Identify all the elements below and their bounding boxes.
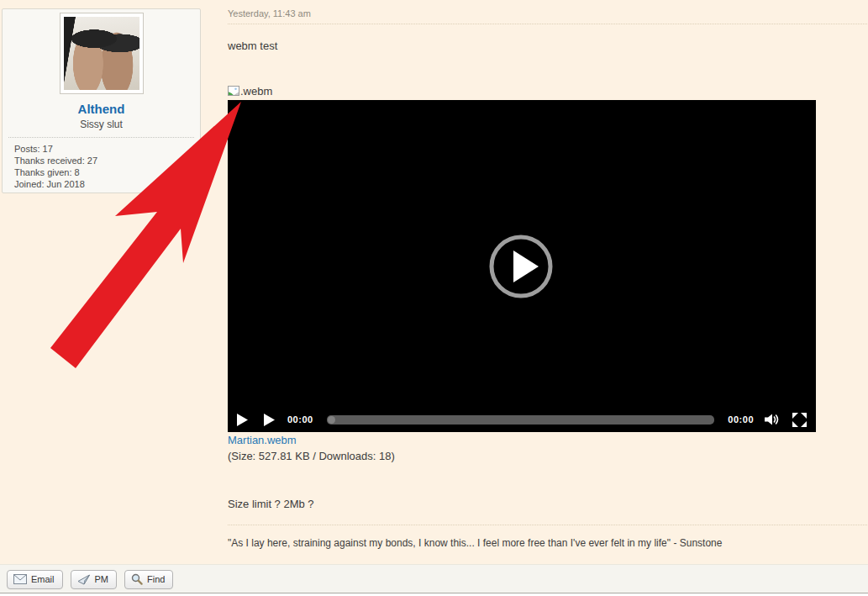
play-icon-secondary[interactable] bbox=[264, 414, 275, 426]
avatar-image bbox=[64, 17, 139, 90]
signature-divider bbox=[228, 525, 867, 525]
stat-posts: Posts: 17 bbox=[14, 143, 200, 155]
inline-attachment-label: .webm bbox=[240, 85, 272, 98]
attachment-meta: (Size: 527.81 KB / Downloads: 18) bbox=[228, 450, 395, 462]
find-button-label: Find bbox=[147, 574, 165, 584]
current-time: 00:00 bbox=[287, 414, 313, 425]
inline-attachment[interactable]: .webm bbox=[228, 85, 272, 98]
paper-plane-icon bbox=[77, 574, 91, 585]
post-footer-toolbar: Email PM Find bbox=[0, 564, 868, 593]
seek-bar[interactable] bbox=[327, 415, 715, 425]
play-icon[interactable] bbox=[237, 414, 248, 426]
username-link[interactable]: Althend bbox=[3, 102, 200, 116]
user-avatar[interactable] bbox=[60, 13, 144, 94]
search-icon bbox=[131, 573, 143, 585]
email-button[interactable]: Email bbox=[7, 570, 63, 589]
page-bottom-border bbox=[0, 593, 868, 593]
email-button-label: Email bbox=[31, 574, 55, 584]
panel-divider bbox=[8, 137, 194, 138]
broken-image-icon bbox=[228, 86, 239, 97]
user-info-panel: Althend Sissy slut Posts: 17 Thanks rece… bbox=[2, 8, 201, 193]
video-player[interactable]: 00:00 00:00 bbox=[228, 100, 816, 432]
fullscreen-icon[interactable] bbox=[792, 413, 807, 427]
volume-icon[interactable] bbox=[765, 414, 781, 425]
duration-time: 00:00 bbox=[728, 414, 754, 425]
stat-thanks-given: Thanks given: 8 bbox=[14, 166, 200, 178]
stat-thanks-received: Thanks received: 27 bbox=[14, 155, 200, 166]
post-question-text: Size limit ? 2Mb ? bbox=[228, 498, 314, 510]
seek-thumb[interactable] bbox=[328, 416, 335, 424]
email-icon bbox=[13, 574, 27, 584]
forum-post-page: Althend Sissy slut Posts: 17 Thanks rece… bbox=[0, 0, 868, 593]
stat-joined: Joined: Jun 2018 bbox=[14, 178, 200, 190]
signature-text: "As I lay here, straining against my bon… bbox=[228, 537, 722, 549]
post-body-text: webm test bbox=[228, 40, 277, 52]
post-timestamp: Yesterday, 11:43 am bbox=[228, 8, 311, 18]
user-title: Sissy slut bbox=[3, 119, 200, 130]
attachment-filename-link[interactable]: Martian.webm bbox=[228, 434, 297, 446]
post-header-divider bbox=[228, 24, 867, 24]
footer-buttons: Email PM Find bbox=[0, 565, 868, 589]
user-stats: Posts: 17 Thanks received: 27 Thanks giv… bbox=[3, 143, 200, 190]
pm-button-label: PM bbox=[95, 574, 109, 584]
pm-button[interactable]: PM bbox=[71, 570, 118, 589]
big-play-button[interactable] bbox=[487, 233, 555, 300]
find-button[interactable]: Find bbox=[124, 570, 173, 589]
video-controls-bar: 00:00 00:00 bbox=[228, 407, 816, 432]
